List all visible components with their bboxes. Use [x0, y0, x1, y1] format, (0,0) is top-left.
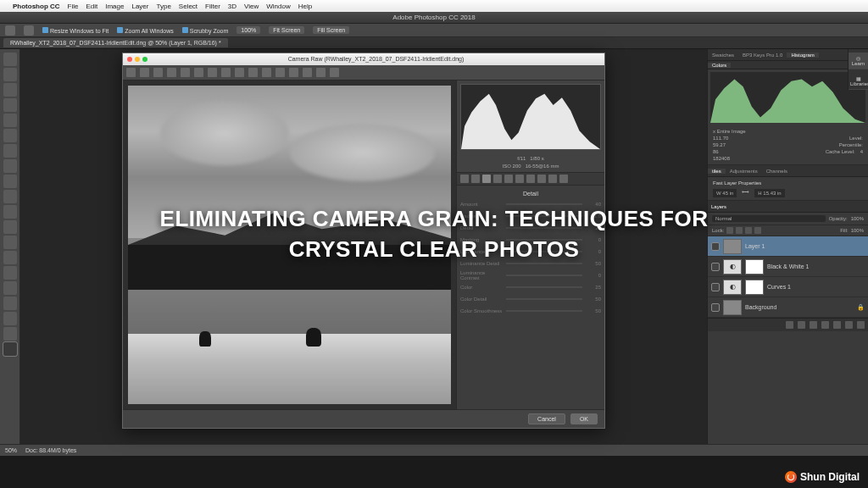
shape-tool-icon[interactable] — [3, 312, 17, 325]
acr-hand-icon[interactable] — [140, 68, 149, 77]
menu-image[interactable]: Image — [105, 3, 124, 10]
acr-preset-tab-icon[interactable] — [548, 175, 557, 183]
slider-value[interactable]: 50 — [586, 308, 601, 313]
document-tab[interactable]: RWhalley_XT2_2018_07_DSF2411-IridientEdi… — [3, 38, 228, 47]
tab-adjustments[interactable]: Adjustments — [726, 169, 762, 174]
visibility-icon[interactable] — [711, 283, 720, 291]
ok-button[interactable]: OK — [570, 413, 598, 424]
acr-prefs-icon[interactable] — [303, 68, 312, 77]
acr-rotate-ccw-icon[interactable] — [316, 68, 326, 77]
acr-hsl-tab-icon[interactable] — [493, 175, 502, 183]
gradient-tool-icon[interactable] — [3, 220, 17, 234]
slider-value[interactable]: 0 — [586, 273, 601, 278]
fill-field[interactable]: 100% — [851, 228, 864, 233]
heal-tool-icon[interactable] — [3, 144, 17, 158]
crop-tool-icon[interactable] — [3, 114, 17, 127]
menu-select[interactable]: Select — [179, 3, 198, 10]
tab-histogram[interactable]: Histogram — [787, 53, 818, 58]
acr-spot-icon[interactable] — [235, 68, 244, 77]
link-layers-icon[interactable] — [786, 321, 793, 329]
acr-detail-tab-icon[interactable] — [482, 175, 491, 183]
eraser-tool-icon[interactable] — [3, 205, 17, 219]
learn-panel-tab[interactable]: ◎Learn — [849, 53, 868, 69]
mask-icon[interactable] — [810, 321, 817, 329]
app-menu[interactable]: Photoshop CC — [13, 3, 60, 10]
dodge-tool-icon[interactable] — [3, 251, 17, 264]
slider-value[interactable]: 50 — [586, 297, 601, 302]
menu-file[interactable]: File — [68, 3, 79, 10]
blur-tool-icon[interactable] — [3, 236, 17, 249]
history-brush-tool-icon[interactable] — [3, 190, 17, 203]
acr-basic-tab-icon[interactable] — [460, 175, 469, 183]
acr-histogram[interactable] — [460, 84, 601, 150]
acr-cal-tab-icon[interactable] — [537, 175, 546, 183]
tab-bp3[interactable]: BP3 Keys Pro 1.0 — [738, 53, 787, 58]
slider-track[interactable] — [506, 286, 582, 288]
group-icon[interactable] — [833, 321, 841, 329]
layer-thumb[interactable]: ◐ — [723, 280, 742, 295]
layer-mask-thumb[interactable] — [745, 280, 764, 295]
brush-tool-icon[interactable] — [3, 159, 17, 173]
move-tool-icon[interactable] — [3, 53, 17, 66]
layer-thumb[interactable] — [723, 300, 742, 315]
tab-colors[interactable]: Colors — [708, 63, 731, 68]
home-icon[interactable] — [5, 25, 15, 36]
pen-tool-icon[interactable] — [3, 266, 17, 280]
menu-layer[interactable]: Layer — [131, 3, 148, 10]
opacity-field[interactable]: 100% — [851, 216, 864, 221]
menu-type[interactable]: Type — [156, 3, 170, 10]
acr-snap-tab-icon[interactable] — [559, 175, 568, 183]
acr-curve-tab-icon[interactable] — [471, 175, 480, 183]
acr-color-sampler-icon[interactable] — [167, 68, 176, 77]
acr-radial-icon[interactable] — [289, 68, 298, 77]
acr-lens-tab-icon[interactable] — [515, 175, 524, 183]
stamp-tool-icon[interactable] — [3, 175, 17, 188]
opt-fit[interactable]: Fit Screen — [269, 26, 304, 34]
acr-wb-icon[interactable] — [153, 68, 163, 77]
menu-filter[interactable]: Filter — [205, 3, 220, 10]
new-layer-icon[interactable] — [845, 321, 853, 329]
cancel-button[interactable]: Cancel — [528, 413, 565, 424]
zoom-tool-icon[interactable] — [24, 25, 34, 36]
type-tool-icon[interactable] — [3, 281, 17, 295]
eyedrop-tool-icon[interactable] — [3, 129, 17, 142]
hand-tool-icon[interactable] — [3, 327, 17, 341]
layer-row[interactable]: Background🔒 — [708, 297, 868, 318]
slider-track[interactable] — [506, 310, 582, 312]
slider-track[interactable] — [506, 274, 582, 276]
acr-redeye-icon[interactable] — [248, 68, 258, 77]
trash-icon[interactable] — [857, 321, 865, 329]
ps-histogram[interactable] — [710, 72, 865, 123]
menu-view[interactable]: View — [244, 3, 259, 10]
slider-value[interactable]: 25 — [586, 285, 601, 290]
acr-crop-icon[interactable] — [194, 68, 203, 77]
opt-resize[interactable]: Resize Windows to Fit — [42, 27, 108, 34]
tab-tiles[interactable]: tiles — [708, 169, 726, 174]
quick-select-tool-icon[interactable] — [3, 98, 17, 112]
lasso-tool-icon[interactable] — [3, 83, 17, 97]
marquee-tool-icon[interactable] — [3, 68, 17, 81]
acr-transform-icon[interactable] — [221, 68, 231, 77]
tab-channels[interactable]: Channels — [762, 169, 792, 174]
zoom-level[interactable]: 50% — [5, 447, 17, 453]
opt-fill[interactable]: Fill Screen — [313, 26, 349, 34]
acr-straighten-icon[interactable] — [208, 68, 217, 77]
opt-100[interactable]: 100% — [236, 26, 260, 34]
opt-zoomall[interactable]: Zoom All Windows — [117, 27, 174, 34]
zoom-tool-icon[interactable] — [3, 342, 17, 356]
fx-icon[interactable] — [798, 321, 805, 329]
doc-size[interactable]: Doc: 88.4M/0 bytes — [25, 447, 76, 453]
acr-split-tab-icon[interactable] — [504, 175, 513, 183]
visibility-icon[interactable] — [711, 303, 720, 312]
acr-gradient-icon[interactable] — [275, 68, 285, 77]
acr-brush-icon[interactable] — [262, 68, 271, 77]
path-tool-icon[interactable] — [3, 297, 17, 310]
libraries-panel-tab[interactable]: ▦Libraries — [849, 73, 868, 90]
acr-zoom-icon[interactable] — [126, 68, 136, 77]
minimize-icon[interactable] — [135, 57, 140, 62]
opt-scrubby[interactable]: Scrubby Zoom — [182, 27, 229, 34]
menu-edit[interactable]: Edit — [86, 3, 97, 10]
acr-fx-tab-icon[interactable] — [526, 175, 535, 183]
layer-row[interactable]: ◐Curves 1 — [708, 277, 868, 297]
tab-swatches[interactable]: Swatches — [708, 53, 738, 58]
